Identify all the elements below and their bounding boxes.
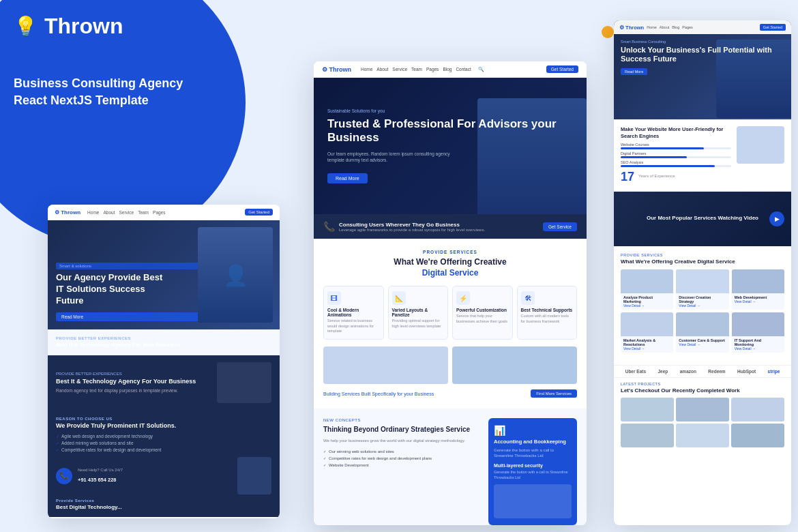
digital-grid-2: Market Analysis & Resolutions View Detai… xyxy=(621,312,784,353)
service-icon-4: 🛠 xyxy=(521,291,535,305)
person-img xyxy=(237,457,271,494)
dc-card-2: Discover Creation Strategy View Detail → xyxy=(676,269,728,310)
phone-icon: 📞 xyxy=(56,468,72,484)
right-seo-img xyxy=(737,126,784,164)
center-services: PROVIDE SERVICES What We're Offering Cre… xyxy=(314,239,587,409)
logo-text: Thrown xyxy=(44,14,123,39)
dc-card-3: Web Development View Detail → xyxy=(732,269,784,310)
service-img-2 xyxy=(452,346,577,384)
brand-hubspot: HubSpot xyxy=(737,369,756,374)
mock-left-nav: ⚙ Thrown Home About Service Team Pages G… xyxy=(48,205,280,220)
section-label: PROVIDE BETTER EXPERIENCES xyxy=(56,336,271,340)
center-hero-btn: Read More xyxy=(327,173,368,183)
project-img-5 xyxy=(676,424,729,447)
dc-card-4: Market Analysis & Resolutions View Detai… xyxy=(621,312,673,353)
strategy-person-img xyxy=(494,484,572,518)
service-icon-1: 🎞 xyxy=(327,291,341,305)
right-nav: ⚙ Thrown Home About Blog Pages Get Start… xyxy=(614,20,791,34)
right-seo-section: Make Your Website More User-Friendly for… xyxy=(614,119,791,192)
mock-left-section2: PROVIDE BETTER EXPERIENCES Best It & Tec… xyxy=(48,355,280,410)
right-hero-btn: Read More xyxy=(621,68,647,75)
digital-grid-1: Analyze Product Marketing View Detail → … xyxy=(621,269,784,310)
project-img-1 xyxy=(621,398,674,422)
service-icon-2: 📐 xyxy=(392,291,406,305)
center-cta-bar: 📞 Consulting Users Wherever They Go Busi… xyxy=(314,214,587,239)
project-img-4 xyxy=(621,424,674,447)
mock-center-nav: ⚙ Thrown Home About Service Team Pages B… xyxy=(314,61,587,78)
mock-center-preview: ⚙ Thrown Home About Service Team Pages B… xyxy=(314,61,587,525)
mock-left-hero: 👤 Smart & solutions Our Agency Provide B… xyxy=(48,220,280,329)
mock-left-section: PROVIDE BETTER EXPERIENCES Best It & Tec… xyxy=(48,329,280,355)
cta-btn: Get Service xyxy=(543,222,577,231)
brand-redeem: Redeem xyxy=(708,369,725,374)
mock-left-preview: ⚙ Thrown Home About Service Team Pages G… xyxy=(48,205,280,518)
brand-logos: Uber Eats Jeep amazon Redeem HubSpot str… xyxy=(614,365,791,378)
accent-dot xyxy=(602,26,614,38)
center-hero: Sustainable Solutions for you Trusted & … xyxy=(314,78,587,214)
dc-card-6: IT Support And Monitoring View Detail → xyxy=(732,312,784,353)
center-nav-btn: Get Started xyxy=(546,65,578,73)
right-projects-section: LATEST PROJECTS Let's Checkout Our Recen… xyxy=(614,382,791,454)
project-img-6 xyxy=(731,424,784,447)
projects-grid xyxy=(621,398,784,447)
service-img-1 xyxy=(323,346,448,384)
mock-right-preview: ⚙ Thrown Home About Blog Pages Get Start… xyxy=(614,20,791,525)
services-images xyxy=(323,346,577,384)
right-nav-btn: Get Started xyxy=(760,24,786,31)
mock-left-logo: ⚙ Thrown xyxy=(55,209,80,216)
service-card-1: 🎞 Cool & Modern Animations Service relat… xyxy=(323,286,384,340)
logo-icon: 💡 xyxy=(14,15,38,38)
mock-left-nav-btn: Get Started xyxy=(245,209,273,216)
right-video-section: Our Most Popular Services Watching Video… xyxy=(614,192,791,246)
services-grid: 🎞 Cool & Modern Animations Service relat… xyxy=(323,286,577,340)
project-img-3 xyxy=(731,398,784,422)
tagline-line1: Business Consulting Agency xyxy=(14,75,183,92)
brand-jeep: Jeep xyxy=(657,369,668,374)
tagline-line2: React NextJS Template xyxy=(14,92,183,109)
service-card-2: 📐 Varied Layouts & Panelize Providing op… xyxy=(388,286,449,340)
phone-icon: 📞 xyxy=(323,221,335,232)
mock-left-hero-img: 👤 xyxy=(198,227,273,323)
skill-row-1: Website Courses xyxy=(621,143,731,149)
strategy-card: 📊 Accounting and Bookkeeping Generate th… xyxy=(488,418,577,525)
service-card-3: ⚡ Powerful Customization Service that he… xyxy=(452,286,513,340)
tagline: Business Consulting Agency React NextJS … xyxy=(14,75,183,109)
brand-amazon: amazon xyxy=(680,369,696,374)
project-img-2 xyxy=(676,398,729,422)
brand-ubereats: Uber Eats xyxy=(625,369,646,374)
service-card-4: 🛠 Best Technical Supports Custom with al… xyxy=(517,286,578,340)
section2-img xyxy=(217,362,271,403)
brand-stripe: stripe xyxy=(768,369,780,374)
right-play-btn[interactable]: ▶ xyxy=(769,211,784,226)
hero-title: Our Agency Provide Best IT Solutions Suc… xyxy=(56,272,165,307)
right-digital-section: PROVIDE SERVICES What We're Offering Cre… xyxy=(614,246,791,365)
right-hero: ⚙ Thrown Home About Blog Pages Get Start… xyxy=(614,20,791,119)
header: 💡 Thrown xyxy=(14,14,123,39)
center-logo: ⚙ Thrown xyxy=(322,66,351,73)
center-strategies: NEW CONCEPTS Thinking Beyond Ordinary St… xyxy=(314,409,587,525)
section-title: Best It & Technology Agency For Your Bus… xyxy=(56,342,271,348)
skill-row-2: Digital Partners xyxy=(621,151,731,158)
services-cta-row: Building Services Built Specifically for… xyxy=(323,389,577,398)
section2-text: PROVIDE BETTER EXPERIENCES Best It & Tec… xyxy=(56,372,211,394)
dc-card-5: Customer Care & Support View Detail → xyxy=(676,312,728,353)
dc-card-1: Analyze Product Marketing View Detail → xyxy=(621,269,673,310)
strategy-icon: 📊 xyxy=(494,425,572,436)
service-icon-3: ⚡ xyxy=(456,291,470,305)
skill-row-3: SEO Analysis xyxy=(621,160,731,167)
mock-left-bottom: REASON TO CHOOSE US We Provide Truly Pro… xyxy=(48,410,280,517)
services-cta-btn: Find More Services xyxy=(531,389,577,398)
